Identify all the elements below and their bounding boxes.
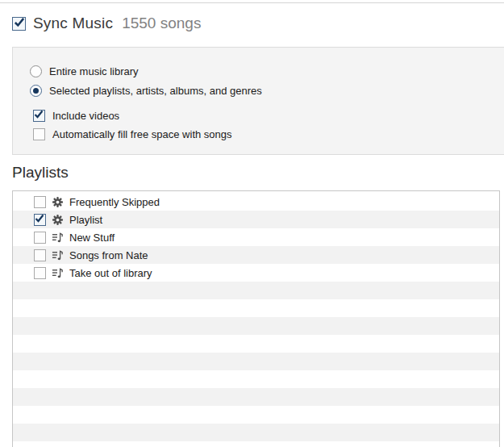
sync-options-groupbox: Entire music library Selected playlists,… <box>12 47 504 155</box>
playlist-row[interactable]: Songs from Nate <box>13 246 499 264</box>
sync-music-pane: Sync Music 1550 songs Entire music libra… <box>0 0 504 447</box>
playlist-row[interactable] <box>13 299 499 317</box>
playlist-row[interactable]: Playlist <box>13 211 499 228</box>
playlist-row[interactable] <box>13 406 499 424</box>
playlists-heading: Playlists <box>12 164 69 182</box>
top-divider <box>0 2 504 3</box>
page-title: Sync Music <box>33 15 113 32</box>
playlist-checkbox[interactable] <box>34 196 46 208</box>
playlists-list: Frequently Skipped <box>12 190 500 447</box>
checkmark-icon <box>13 16 26 29</box>
smart-playlist-gear-icon <box>52 214 64 226</box>
playlist-checkbox[interactable] <box>34 267 46 279</box>
radio-selected-playlists[interactable]: Selected playlists, artists, albums, and… <box>30 84 262 97</box>
playlist-row[interactable] <box>13 370 499 388</box>
radio-entire-library-label: Entire music library <box>49 65 139 77</box>
playlist-row[interactable] <box>13 317 499 335</box>
playlist-name: Frequently Skipped <box>69 196 160 208</box>
playlist-row[interactable]: Frequently Skipped <box>13 193 499 211</box>
playlist-checkbox[interactable] <box>34 232 46 244</box>
playlist-name: Take out of library <box>69 267 152 279</box>
playlist-name: Songs from Nate <box>69 249 148 261</box>
playlist-checkbox[interactable] <box>34 214 46 226</box>
playlist-name: Playlist <box>69 214 102 226</box>
auto-fill-label: Automatically fill free space with songs <box>52 128 232 140</box>
radio-entire-library[interactable]: Entire music library <box>30 65 139 77</box>
radio-button-icon[interactable] <box>30 65 42 77</box>
include-videos-option[interactable]: Include videos <box>33 109 119 122</box>
playlist-row[interactable] <box>13 388 499 406</box>
playlist-row[interactable] <box>13 441 499 447</box>
playlist-row[interactable]: New Stuff <box>13 228 499 246</box>
playlist-row[interactable] <box>13 353 499 370</box>
playlist-row[interactable] <box>13 335 499 353</box>
checkmark-icon <box>33 109 44 120</box>
include-videos-checkbox[interactable] <box>33 110 45 122</box>
sync-music-header: Sync Music 1550 songs <box>12 15 201 32</box>
sync-music-checkbox[interactable] <box>12 17 26 31</box>
auto-fill-option[interactable]: Automatically fill free space with songs <box>33 127 232 140</box>
auto-fill-checkbox[interactable] <box>33 128 45 140</box>
playlist-note-icon <box>52 249 64 261</box>
smart-playlist-gear-icon <box>52 196 64 208</box>
playlist-row[interactable]: Take out of library <box>13 264 499 282</box>
playlist-note-icon <box>52 267 64 279</box>
radio-button-selected-icon[interactable] <box>30 85 42 97</box>
playlist-checkbox[interactable] <box>34 249 46 261</box>
playlist-name: New Stuff <box>69 232 115 244</box>
include-videos-label: Include videos <box>52 110 119 122</box>
playlist-note-icon <box>52 232 64 244</box>
radio-selected-playlists-label: Selected playlists, artists, albums, and… <box>49 85 262 97</box>
playlist-row[interactable] <box>13 282 499 299</box>
checkmark-icon <box>34 213 45 224</box>
song-count: 1550 songs <box>122 15 201 32</box>
playlist-row[interactable] <box>13 424 499 441</box>
